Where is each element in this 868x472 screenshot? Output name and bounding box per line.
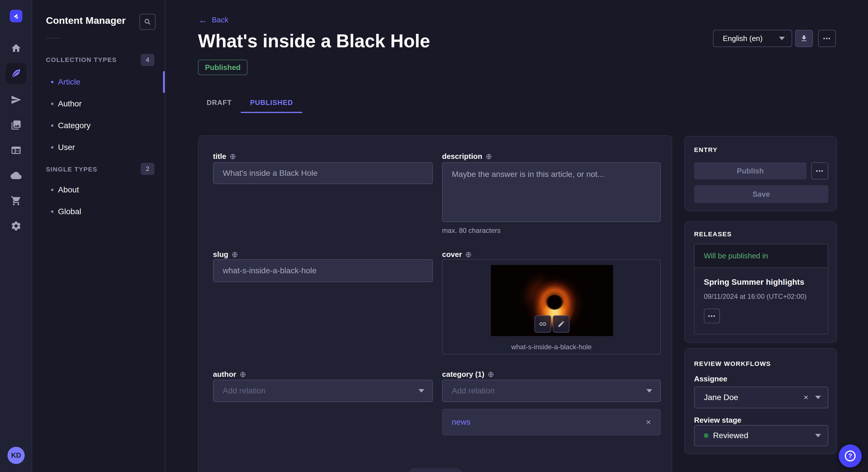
assignee-combobox[interactable]: Jane Doe × <box>694 386 828 408</box>
collection-types-count: 4 <box>141 54 154 66</box>
category-relation-row: news × <box>442 409 661 435</box>
bullet-icon <box>51 189 53 191</box>
download-icon <box>800 34 808 42</box>
tab-draft[interactable]: DRAFT <box>197 94 241 113</box>
content-type-builder-icon[interactable] <box>6 140 26 161</box>
sidebar-item-category[interactable]: Category <box>32 115 165 136</box>
slug-input[interactable]: what-s-inside-a-black-hole <box>213 259 433 282</box>
save-button[interactable]: Save <box>694 185 828 203</box>
entry-panel-label: ENTRY <box>694 146 718 154</box>
locale-select[interactable]: English (en) <box>713 30 792 47</box>
subnav-title: Content Manager <box>46 15 126 26</box>
pencil-icon <box>557 320 565 328</box>
marketplace-cart-icon[interactable] <box>6 191 26 211</box>
review-stage-combobox[interactable]: Reviewed <box>694 425 828 446</box>
bullet-icon <box>51 103 53 105</box>
edit-image-button[interactable] <box>553 315 569 333</box>
sidebar-item-about[interactable]: About <box>32 179 165 201</box>
cover-image-black-hole <box>491 265 613 336</box>
single-types-count: 2 <box>141 163 154 175</box>
bullet-icon <box>51 210 53 213</box>
content-manager-subnav: Content Manager COLLECTION TYPES 4 Artic… <box>32 0 165 472</box>
release-more-button[interactable]: ••• <box>704 308 720 324</box>
localized-globe-icon <box>486 154 492 160</box>
version-tabs: DRAFT PUBLISHED <box>197 94 302 113</box>
ellipsis-icon: ••• <box>816 168 824 174</box>
localized-globe-icon <box>465 251 472 258</box>
bottom-toolbar-peek <box>408 468 463 472</box>
category-relation-combobox[interactable]: Add relation <box>442 380 661 402</box>
description-textarea[interactable]: Maybe the answer is in this article, or … <box>442 162 661 222</box>
chevron-down-icon <box>779 37 785 40</box>
localized-globe-icon <box>231 251 238 258</box>
slug-field-label: slug <box>213 250 238 259</box>
icon-rail: KD <box>0 0 32 472</box>
section-single-types: SINGLE TYPES <box>46 166 97 173</box>
status-badge: Published <box>198 60 247 75</box>
cover-filename: what-s-inside-a-black-hole <box>443 343 660 351</box>
review-workflows-label: REVIEW WORKFLOWS <box>694 360 771 368</box>
cover-field-label: cover <box>442 250 472 259</box>
deploy-cloud-icon[interactable] <box>6 165 26 186</box>
entry-panel: ENTRY Publish ••• Save <box>684 136 837 211</box>
page-title: What's inside a Black Hole <box>198 30 430 52</box>
author-field-label: author <box>213 370 246 379</box>
strapi-logo[interactable] <box>10 10 22 22</box>
active-item-indicator <box>163 71 165 93</box>
bullet-icon <box>51 146 53 148</box>
chevron-down-icon <box>418 389 424 393</box>
localized-globe-icon <box>240 371 246 378</box>
ellipsis-icon: ••• <box>823 35 831 42</box>
localized-globe-icon <box>488 371 494 378</box>
release-title: Spring Summer highlights <box>704 278 804 287</box>
title-input[interactable]: What's inside a Black Hole <box>213 162 433 184</box>
releases-panel-label: RELEASES <box>694 231 732 238</box>
release-date: 09/11/2024 at 16:00 (UTC+02:00) <box>704 293 807 301</box>
chevron-down-icon <box>815 434 821 437</box>
publish-button[interactable]: Publish <box>694 162 807 179</box>
review-stage-label: Review stage <box>694 416 741 425</box>
author-relation-combobox[interactable]: Add relation <box>213 380 433 402</box>
tab-published[interactable]: PUBLISHED <box>241 94 302 113</box>
back-link[interactable]: ← Back <box>198 15 228 24</box>
releases-icon[interactable] <box>6 90 26 110</box>
search-button[interactable] <box>140 14 156 30</box>
release-card: Will be published in Spring Summer highl… <box>694 244 828 334</box>
description-hint: max. 80 characters <box>442 227 501 235</box>
sidebar-item-user[interactable]: User <box>32 136 165 158</box>
back-arrow-icon: ← <box>198 16 207 24</box>
help-button[interactable]: ? <box>839 444 862 467</box>
content-manager-icon[interactable] <box>6 63 26 84</box>
export-button[interactable] <box>795 30 813 47</box>
assignee-label: Assignee <box>694 374 727 383</box>
stage-status-dot <box>704 433 708 438</box>
description-field-label: description <box>442 152 492 161</box>
section-collection-types: COLLECTION TYPES <box>46 56 117 64</box>
cover-media-card: what-s-inside-a-black-hole <box>442 259 661 355</box>
bullet-icon <box>51 125 53 127</box>
chevron-down-icon <box>646 389 652 393</box>
sidebar-item-author[interactable]: Author <box>32 93 165 115</box>
ellipsis-icon: ••• <box>708 313 716 319</box>
question-mark-icon: ? <box>845 450 856 461</box>
sidebar-item-global[interactable]: Global <box>32 201 165 223</box>
clear-assignee-icon[interactable]: × <box>804 393 808 402</box>
entry-form-panel: title What's inside a Black Hole descrip… <box>198 135 672 472</box>
sidebar-item-article[interactable]: Article <box>32 71 165 93</box>
review-workflows-panel: REVIEW WORKFLOWS Assignee Jane Doe × Rev… <box>684 348 837 454</box>
copy-link-button[interactable] <box>534 315 551 333</box>
divider <box>46 38 60 38</box>
media-library-icon[interactable] <box>6 115 26 135</box>
release-status: Will be published in <box>694 244 828 268</box>
relation-news-link[interactable]: news <box>452 417 470 427</box>
app-window: KD Content Manager COLLECTION TYPES 4 Ar… <box>0 0 868 472</box>
user-avatar[interactable]: KD <box>7 447 25 464</box>
settings-gear-icon[interactable] <box>6 216 26 236</box>
entry-more-button[interactable]: ••• <box>811 162 828 179</box>
home-icon[interactable] <box>6 38 26 59</box>
bullet-icon <box>51 81 53 83</box>
link-icon <box>539 320 547 328</box>
header-more-button[interactable]: ••• <box>818 30 836 47</box>
remove-relation-icon[interactable]: × <box>646 417 651 427</box>
chevron-down-icon <box>815 396 821 399</box>
